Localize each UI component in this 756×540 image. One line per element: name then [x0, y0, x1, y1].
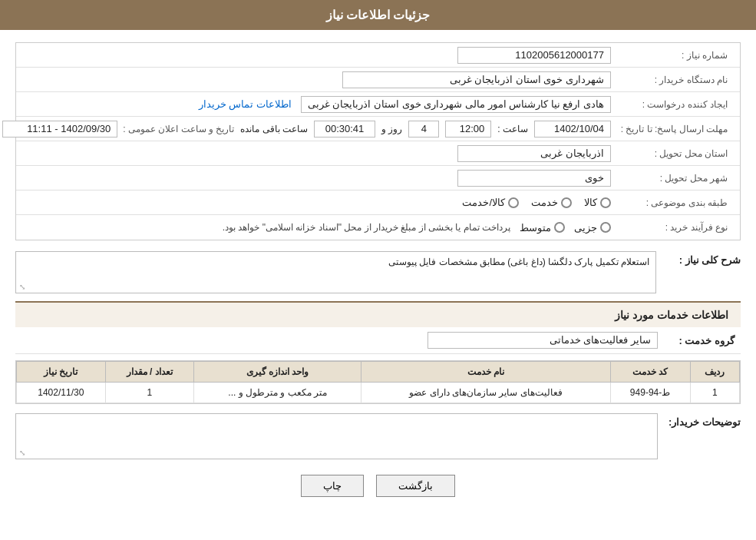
cell-date: 1402/11/30 — [17, 383, 106, 403]
category-option-3-label: کالا/خدمت — [462, 197, 505, 208]
requester-label: ایجاد کننده درخواست : — [611, 99, 734, 110]
process-option-2[interactable]: متوسط — [520, 222, 565, 234]
col-date: تاریخ نیاز — [17, 362, 106, 383]
category-option-1-label: کالا — [584, 197, 597, 208]
deadline-days-label: روز و — [381, 124, 402, 134]
province-row: استان محل تحویل : اذربایجان غربی — [16, 141, 740, 166]
cell-unit: متر مکعب و مترطول و ... — [193, 383, 361, 403]
deadline-value-wrapper: 1402/10/04 ساعت : 12:00 4 روز و 00:30:41… — [240, 121, 611, 137]
description-label: شرح کلی نیاز : — [664, 251, 741, 266]
buyer-notes-label: توضیحات خریدار: — [664, 413, 741, 428]
description-section: شرح کلی نیاز : استعلام تکمیل پارک دلگشا … — [15, 251, 741, 293]
request-number-row: شماره نیاز : 1102005612000177 — [16, 43, 740, 68]
col-quantity: تعداد / مقدار — [105, 362, 193, 383]
deadline-label: مهلت ارسال پاسخ: تا تاریخ : — [611, 124, 734, 134]
services-header: اطلاعات خدمات مورد نیاز — [15, 301, 741, 327]
category-label: طبقه بندی موضوعی : — [611, 197, 734, 208]
public-announce-label: تاریخ و ساعت اعلان عمومی : — [117, 124, 240, 134]
process-options-wrapper: جزیی متوسط پرداخت تمام یا بخشی از مبلغ خ… — [22, 222, 611, 234]
request-number-label: شماره نیاز : — [611, 50, 734, 61]
requester-value: هادی ارفع نیا کارشناس امور مالی شهرداری … — [301, 96, 611, 113]
page-header: جزئیات اطلاعات نیاز — [0, 0, 756, 30]
category-radio-3 — [508, 197, 519, 208]
col-row-num: ردیف — [690, 362, 739, 383]
service-group-value: سایر فعالیت‌های خدماتی — [428, 332, 658, 349]
buyer-notes-section: توضیحات خریدار: ⤡ — [15, 413, 741, 459]
table-row: 1 ط-94-949 فعالیت‌های سایر سازمان‌های دا… — [17, 383, 740, 403]
city-value-wrapper: خوی — [22, 170, 611, 187]
public-announce-value: 1402/09/30 - 11:11 — [2, 121, 117, 137]
cell-row-num: 1 — [690, 383, 739, 403]
deadline-row: مهلت ارسال پاسخ: تا تاریخ : 1402/10/04 س… — [16, 117, 740, 141]
content-area: شماره نیاز : 1102005612000177 نام دستگاه… — [15, 42, 741, 497]
process-option-1[interactable]: جزیی — [574, 222, 611, 234]
request-number-value-wrapper: 1102005612000177 — [22, 47, 611, 64]
print-button[interactable]: چاپ — [301, 475, 364, 497]
cell-quantity: 1 — [105, 383, 193, 403]
request-number-value: 1102005612000177 — [457, 47, 611, 64]
category-option-1[interactable]: کالا — [584, 197, 611, 208]
cell-code: ط-94-949 — [610, 383, 690, 403]
deadline-days: 4 — [408, 121, 439, 137]
province-value: اذربایجان غربی — [457, 145, 611, 162]
cell-name: فعالیت‌های سایر سازمان‌های دارای عضو — [361, 383, 610, 403]
process-option-1-label: جزیی — [574, 222, 597, 234]
footer-buttons: بازگشت چاپ — [15, 475, 741, 497]
province-label: استان محل تحویل : — [611, 148, 734, 159]
city-value: خوی — [457, 170, 611, 187]
deadline-remaining: 00:30:41 — [314, 121, 375, 137]
category-option-3[interactable]: کالا/خدمت — [462, 197, 519, 208]
buyer-org-value-wrapper: شهرداری خوی استان اذربایجان غربی — [22, 71, 611, 88]
col-code: کد خدمت — [610, 362, 690, 383]
process-label: نوع فرآیند خرید : — [611, 222, 734, 233]
category-option-2[interactable]: خدمت — [531, 197, 572, 208]
page-title: جزئیات اطلاعات نیاز — [326, 8, 431, 22]
services-section: اطلاعات خدمات مورد نیاز گروه خدمت : سایر… — [15, 301, 741, 404]
col-unit: واحد اندازه گیری — [193, 362, 361, 383]
table-body: 1 ط-94-949 فعالیت‌های سایر سازمان‌های دا… — [17, 383, 740, 403]
service-group-label: گروه خدمت : — [658, 335, 735, 346]
city-label: شهر محل تحویل : — [611, 173, 734, 184]
description-box: استعلام تکمیل پارک دلگشا (داغ باغی) مطاب… — [15, 251, 656, 293]
category-radio-1 — [600, 197, 611, 208]
services-table: ردیف کد خدمت نام خدمت واحد اندازه گیری ت… — [16, 361, 740, 403]
province-value-wrapper: اذربایجان غربی — [22, 145, 611, 162]
category-row: طبقه بندی موضوعی : کالا خدمت کالا/خدم — [16, 190, 740, 215]
deadline-time: 12:00 — [445, 121, 491, 137]
category-option-2-label: خدمت — [531, 197, 558, 208]
buyer-org-row: نام دستگاه خریدار : شهرداری خوی استان اذ… — [16, 68, 740, 92]
table-header-row: ردیف کد خدمت نام خدمت واحد اندازه گیری ت… — [17, 362, 740, 383]
deadline-remaining-label: ساعت باقی مانده — [240, 124, 308, 134]
page-wrapper: جزئیات اطلاعات نیاز شماره نیاز : 1102005… — [0, 0, 756, 540]
process-row: نوع فرآیند خرید : جزیی متوسط پرداخت تمام… — [16, 215, 740, 240]
back-button[interactable]: بازگشت — [376, 475, 455, 497]
buyer-notes-resize-icon: ⤡ — [19, 449, 25, 457]
deadline-time-label: ساعت : — [497, 124, 528, 134]
table-head: ردیف کد خدمت نام خدمت واحد اندازه گیری ت… — [17, 362, 740, 383]
col-name: نام خدمت — [361, 362, 610, 383]
category-radio-2 — [561, 197, 572, 208]
deadline-datetime: 1402/10/04 ساعت : 12:00 4 روز و 00:30:41… — [240, 121, 611, 137]
deadline-date: 1402/10/04 — [534, 121, 611, 137]
description-value: استعلام تکمیل پارک دلگشا (داغ باغی) مطاب… — [388, 257, 649, 267]
description-resize-icon: ⤡ — [19, 283, 25, 291]
buyer-notes-box: ⤡ — [15, 413, 658, 459]
process-radio-1 — [600, 222, 611, 233]
requester-value-wrapper: هادی ارفع نیا کارشناس امور مالی شهرداری … — [22, 96, 611, 113]
info-section: شماره نیاز : 1102005612000177 نام دستگاه… — [15, 42, 741, 240]
process-radio-2 — [554, 222, 565, 233]
category-options: کالا خدمت کالا/خدمت — [22, 197, 611, 208]
buyer-org-value: شهرداری خوی استان اذربایجان غربی — [342, 71, 611, 88]
buyer-org-label: نام دستگاه خریدار : — [611, 75, 734, 85]
process-note: پرداخت تمام یا بخشی از مبلغ خریدار از مح… — [223, 222, 510, 233]
services-title: اطلاعات خدمات مورد نیاز — [615, 309, 728, 321]
city-row: شهر محل تحویل : خوی — [16, 166, 740, 190]
process-option-2-label: متوسط — [520, 222, 551, 234]
services-table-container: ردیف کد خدمت نام خدمت واحد اندازه گیری ت… — [15, 360, 741, 404]
service-group-row: گروه خدمت : سایر فعالیت‌های خدماتی — [15, 327, 741, 354]
requester-row: ایجاد کننده درخواست : هادی ارفع نیا کارش… — [16, 92, 740, 117]
main-content: شماره نیاز : 1102005612000177 نام دستگاه… — [0, 30, 756, 525]
requester-link[interactable]: اطلاعات تماس خریدار — [199, 98, 292, 110]
